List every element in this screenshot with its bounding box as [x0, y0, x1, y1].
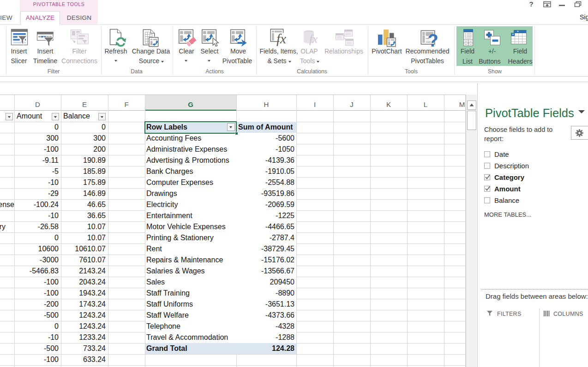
svg-text:fx: fx	[276, 31, 286, 46]
svg-text:fx: fx	[309, 33, 318, 45]
svg-text:?: ?	[428, 31, 438, 50]
